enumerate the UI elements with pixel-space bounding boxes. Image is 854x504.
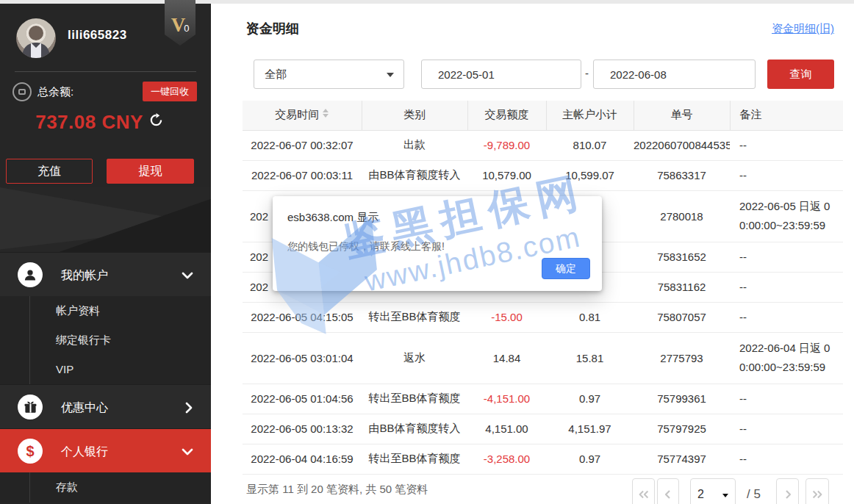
table-cell: 75774397 <box>634 444 730 474</box>
page-select[interactable]: 2 <box>690 478 736 504</box>
table-cell: 2780018 <box>634 190 730 242</box>
date-from-input[interactable]: 2022-05-01 <box>421 60 581 89</box>
vip-badge[interactable]: V 0 <box>165 0 195 46</box>
dialog-message: 您的钱包已停权，请联系线上客服! <box>287 240 445 253</box>
avatar-silhouette <box>16 18 56 58</box>
search-button[interactable]: 查询 <box>767 60 834 89</box>
table-cell: 2022060700844535 <box>634 130 730 160</box>
old-version-link[interactable]: 资金明细(旧) <box>772 22 834 36</box>
date-to-input[interactable]: 2022-06-08 <box>593 60 756 89</box>
balance-amount: 737.08 CNY <box>35 111 143 133</box>
table-cell: 转出至BB体育额度 <box>362 302 467 332</box>
withdraw-button[interactable]: 提现 <box>107 159 194 184</box>
sidebar-item-account-info[interactable]: 帐户资料 <box>30 296 211 325</box>
table-cell: 75831652 <box>634 242 730 272</box>
table-row: 2022-06-05 03:01:04返水14.8415.81277579320… <box>243 332 843 384</box>
sidebar-item-label: 个人银行 <box>61 444 108 460</box>
chevron-right-icon <box>184 402 193 417</box>
table-row: 2022-06-07 00:32:07出款-9,789.00810.072022… <box>243 130 843 160</box>
table-cell-remark: 2022-06-05 日返 00:00:00~23:59:59 <box>730 190 843 242</box>
table-row: 2022-06-05 04:15:05转出至BB体育额度-15.000.8175… <box>243 302 843 332</box>
chevron-down-icon <box>182 270 193 283</box>
page-total-label: / 5 <box>747 487 761 502</box>
type-select-value: 全部 <box>265 68 287 82</box>
table-cell: 810.07 <box>546 130 634 160</box>
table-cell: 2022-06-04 04:16:59 <box>243 444 362 474</box>
select-arrow-icon <box>387 73 394 77</box>
page: lili665823 V 0 总余额: 一键回收 737.08 CNY 充值 提… <box>0 0 854 504</box>
avatar[interactable] <box>16 18 56 58</box>
sidebar-item-personal-bank[interactable]: $ 个人银行 <box>0 428 211 472</box>
table-cell: 10,579.00 <box>467 160 546 190</box>
user-icon <box>18 262 43 287</box>
column-header-remark: 备注 <box>730 101 843 130</box>
balance-label: 总余额: <box>37 85 73 99</box>
sidebar-item-vip[interactable]: VIP <box>30 355 211 384</box>
table-cell: 由BB体育额度转入 <box>362 160 467 190</box>
table-cell-remark: -- <box>730 242 843 272</box>
table-cell: 返水 <box>362 332 467 384</box>
balance-line: 737.08 CNY <box>0 111 198 134</box>
table-cell: 出款 <box>362 130 467 160</box>
table-cell: 0.97 <box>546 384 634 414</box>
wallet-icon <box>12 82 32 101</box>
deposit-button[interactable]: 充值 <box>6 159 93 184</box>
sidebar-item-my-account[interactable]: 我的帐户 <box>0 252 211 296</box>
sidebar-item-label: 优惠中心 <box>61 400 108 416</box>
sort-icon <box>323 109 329 118</box>
table-cell: 2022-06-05 04:15:05 <box>243 302 362 332</box>
table-cell-remark: -- <box>730 384 843 414</box>
pagination-next-button[interactable] <box>776 478 799 504</box>
sidebar-item-bind-bank-card[interactable]: 绑定银行卡 <box>30 325 211 355</box>
sidebar-menu: 我的帐户 帐户资料 绑定银行卡 VIP 优惠中心 <box>0 252 211 503</box>
divider <box>15 71 196 72</box>
sidebar-item-promotions[interactable]: 优惠中心 <box>0 384 211 428</box>
pagination-first-button[interactable] <box>632 478 655 504</box>
page-title: 资金明细 <box>246 20 299 37</box>
column-header-amount: 交易额度 <box>467 101 546 130</box>
table-row: 2022-06-04 04:16:59转出至BB体育额度-3,258.000.9… <box>243 444 843 474</box>
table-cell-remark: -- <box>730 302 843 332</box>
table-cell: 75797925 <box>634 414 730 444</box>
double-chevron-left-icon <box>637 489 650 500</box>
table-cell: 0.97 <box>546 444 634 474</box>
page-select-value: 2 <box>697 488 704 501</box>
table-cell: 由BB体育额度转入 <box>362 414 467 444</box>
table-cell-remark: -- <box>730 130 843 160</box>
type-select[interactable]: 全部 <box>254 60 404 89</box>
dialog-title: esb3638.com 显示 <box>287 211 378 225</box>
filter-bar: 全部 2022-05-01 - 2022-06-08 查询 <box>211 60 854 89</box>
double-chevron-right-icon <box>811 489 824 500</box>
table-cell: 75807057 <box>634 302 730 332</box>
column-header-order-no: 单号 <box>634 101 730 130</box>
table-cell: 2022-06-07 00:03:11 <box>243 160 362 190</box>
chevron-down-icon <box>182 446 193 459</box>
table-row: 2022-06-07 00:03:11由BB体育额度转入10,579.0010,… <box>243 160 843 190</box>
table-cell: 75863317 <box>634 160 730 190</box>
table-cell-remark: -- <box>730 444 843 474</box>
sidebar: lili665823 V 0 总余额: 一键回收 737.08 CNY 充值 提… <box>0 4 211 504</box>
refresh-icon[interactable] <box>149 113 163 130</box>
submenu-personal-bank: 存款 <box>0 472 211 503</box>
table-cell: 14.84 <box>467 332 546 384</box>
table-cell-remark: -- <box>730 272 843 302</box>
table-cell: 4,151.00 <box>467 414 546 444</box>
table-row: 2022-06-05 00:13:32由BB体育额度转入4,151.004,15… <box>243 414 843 444</box>
table-cell: 10,599.07 <box>546 160 634 190</box>
table-cell: -4,151.00 <box>467 384 546 414</box>
table-cell: -15.00 <box>467 302 546 332</box>
table-body: 2022-06-07 00:32:07出款-9,789.00810.072022… <box>243 130 843 474</box>
table-cell: 75799361 <box>634 384 730 414</box>
one-key-recover-button[interactable]: 一键回收 <box>143 82 197 101</box>
pagination-prev-button[interactable] <box>657 478 679 504</box>
pagination-last-button[interactable] <box>805 478 829 504</box>
sidebar-item-deposit[interactable]: 存款 <box>30 472 211 502</box>
column-header-time[interactable]: 交易时间 <box>243 101 362 130</box>
sidebar-item-label: 我的帐户 <box>61 268 108 284</box>
table-cell: -9,789.00 <box>467 130 546 160</box>
table-cell: 转出至BB体育额度 <box>362 444 467 474</box>
records-summary: 显示第 11 到 20 笔资料, 共 50 笔资料 <box>246 483 428 497</box>
dialog-ok-button[interactable]: 确定 <box>542 258 590 279</box>
table-cell-remark: 2022-06-04 日返 00:00:00~23:59:59 <box>730 332 843 384</box>
table-cell: -3,258.00 <box>467 444 546 474</box>
